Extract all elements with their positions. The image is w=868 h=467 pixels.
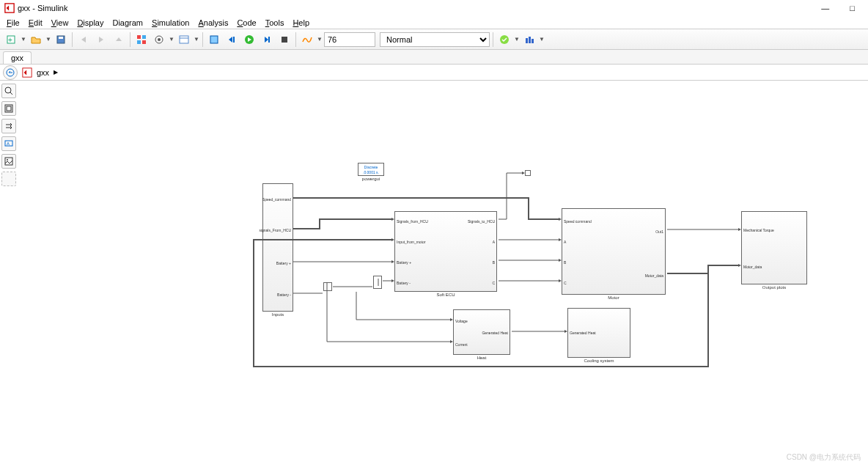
config-dropdown-icon[interactable]: ▼ xyxy=(169,36,174,43)
block-selector-2[interactable] xyxy=(373,276,382,289)
menu-diagram[interactable]: Diagram xyxy=(110,18,145,27)
svg-rect-4 xyxy=(59,37,63,39)
menu-edit[interactable]: Edit xyxy=(26,18,45,27)
cooling-in: Generated Heat xyxy=(570,331,596,335)
svg-rect-11 xyxy=(180,36,188,43)
crumb-root[interactable]: gxx xyxy=(37,68,49,77)
block-soft-ecu[interactable]: Signals_from_HCU Input_from_motor Batter… xyxy=(394,211,497,292)
svg-text:A: A xyxy=(7,141,10,146)
ecu-in-signals: Signals_from_HCU xyxy=(397,219,428,224)
block-inputs[interactable]: Speed_command signals_From_HCU Battery +… xyxy=(262,183,293,312)
svg-rect-14 xyxy=(233,37,235,43)
record-button[interactable] xyxy=(299,32,315,48)
heat-out: Generated Heat xyxy=(482,331,508,335)
menu-help[interactable]: Help xyxy=(290,18,312,27)
new-model-button[interactable]: + xyxy=(3,32,19,48)
motor-label: Motor xyxy=(562,295,666,300)
annotation-icon[interactable]: A xyxy=(1,136,16,151)
menu-analysis[interactable]: Analysis xyxy=(196,18,230,27)
step-forward-button[interactable] xyxy=(259,32,275,48)
open-button[interactable] xyxy=(28,32,44,48)
tabrow: gxx xyxy=(0,50,868,65)
check-dropdown-icon[interactable]: ▼ xyxy=(514,36,520,43)
block-motor[interactable]: Speed command A B C Out1 Motor_data xyxy=(562,208,666,295)
output-in-data: Motor_data xyxy=(743,265,762,269)
toolbar: + ▼ ▼ ▼ ▼ ▼ Normal ▼ ▼ xyxy=(0,29,868,50)
block-heat[interactable]: Voltage Current Generated Heat xyxy=(453,309,510,355)
svg-rect-21 xyxy=(532,39,534,43)
build-dropdown-icon[interactable]: ▼ xyxy=(539,36,545,43)
motor-out-data: Motor_data xyxy=(645,273,663,278)
svg-rect-8 xyxy=(142,40,146,44)
port-speed-command: Speed_command xyxy=(262,197,291,202)
build-button[interactable] xyxy=(521,32,537,48)
motor-out1: Out1 xyxy=(655,229,663,234)
port-signals-from-hcu: signals_From_HCU xyxy=(259,228,291,232)
model-explorer-button[interactable] xyxy=(176,32,192,48)
motor-in-speed: Speed command xyxy=(564,219,592,224)
svg-rect-19 xyxy=(526,38,528,43)
step-back-button[interactable] xyxy=(224,32,240,48)
new-dropdown-icon[interactable]: ▼ xyxy=(21,36,26,43)
port-battery-minus: Battery - xyxy=(277,293,291,297)
image-icon[interactable] xyxy=(1,154,16,169)
model-config-button[interactable] xyxy=(151,32,167,48)
svg-rect-16 xyxy=(268,37,270,43)
heat-label: Heat xyxy=(453,356,510,360)
ecu-out-c: C xyxy=(492,281,495,285)
powergui-line2: .0.0001 s. xyxy=(358,170,383,174)
block-terminator[interactable] xyxy=(525,170,531,176)
menu-display[interactable]: Display xyxy=(75,18,106,27)
fit-icon[interactable] xyxy=(1,101,16,116)
fastrestart-button[interactable] xyxy=(206,32,222,48)
back-button[interactable] xyxy=(76,32,92,48)
canvas[interactable]: Discrete .0.0001 s. powergui Speed_comma… xyxy=(19,81,868,467)
window-buttons: — □ xyxy=(808,0,868,16)
svg-point-10 xyxy=(158,38,161,41)
svg-rect-27 xyxy=(7,106,11,111)
heat-in-voltage: Voltage xyxy=(455,319,468,323)
open-dropdown-icon[interactable]: ▼ xyxy=(45,36,51,43)
menu-simulation[interactable]: Simulation xyxy=(150,18,191,27)
menu-tools[interactable]: Tools xyxy=(263,18,287,27)
explorer-dropdown-icon[interactable]: ▼ xyxy=(194,36,199,43)
block-powergui[interactable]: Discrete .0.0001 s. xyxy=(358,163,384,176)
menu-file[interactable]: File xyxy=(4,18,22,27)
output-label: Output plots xyxy=(741,285,807,290)
stop-button[interactable] xyxy=(276,32,293,48)
menu-code[interactable]: Code xyxy=(235,18,258,27)
crumb-sep-icon: ▶ xyxy=(54,69,58,76)
minimize-button[interactable]: — xyxy=(821,4,829,12)
menubar: File Edit View Display Diagram Simulatio… xyxy=(0,16,868,29)
autoarrange-icon[interactable] xyxy=(1,119,16,133)
svg-text:+: + xyxy=(8,36,12,44)
svg-point-31 xyxy=(7,159,8,161)
forward-button[interactable] xyxy=(93,32,109,48)
svg-rect-13 xyxy=(210,36,218,43)
library-browser-button[interactable] xyxy=(133,32,150,48)
heat-in-current: Current xyxy=(455,342,468,347)
window-title: gxx - Simulink xyxy=(18,4,67,12)
up-button[interactable] xyxy=(111,32,127,48)
inputs-label: Inputs xyxy=(262,312,293,317)
tab-gxx[interactable]: gxx xyxy=(3,51,32,64)
block-selector-1[interactable] xyxy=(323,282,332,291)
record-dropdown-icon[interactable]: ▼ xyxy=(317,36,323,43)
zoom-icon[interactable] xyxy=(1,84,16,98)
viewmark-icon[interactable] xyxy=(1,172,16,186)
save-button[interactable] xyxy=(53,32,69,48)
ecu-out-b: B xyxy=(493,260,495,265)
maximize-button[interactable]: □ xyxy=(850,4,855,12)
motor-in-c: C xyxy=(564,281,567,285)
run-button[interactable] xyxy=(241,32,257,48)
model-icon xyxy=(22,67,32,78)
checkmark-button[interactable] xyxy=(496,32,512,48)
block-cooling[interactable]: Generated Heat xyxy=(567,308,630,358)
nav-history-icon[interactable] xyxy=(3,65,18,80)
motor-in-a: A xyxy=(564,240,566,244)
simulation-mode-select[interactable]: Normal xyxy=(380,32,490,47)
menu-view[interactable]: View xyxy=(49,18,71,27)
stoptime-input[interactable] xyxy=(324,32,375,47)
block-output[interactable]: Mechanical Torque Motor_data xyxy=(741,211,807,284)
svg-rect-7 xyxy=(137,40,141,44)
